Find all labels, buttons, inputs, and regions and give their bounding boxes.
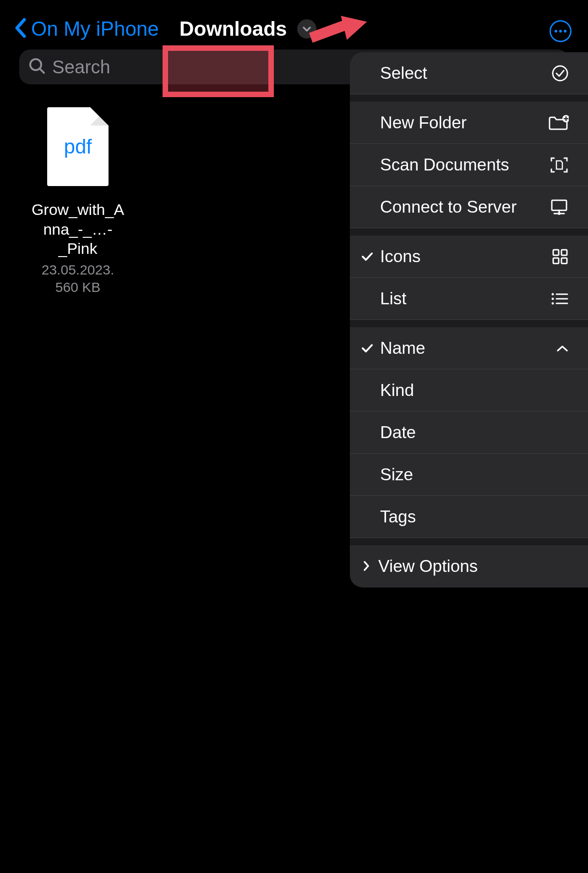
file-date: 23.05.2023. (42, 262, 114, 278)
svg-rect-7 (553, 258, 559, 264)
menu-label: List (380, 289, 407, 308)
menu-label: Tags (380, 507, 416, 527)
back-label[interactable]: On My iPhone (31, 17, 159, 40)
menu-item-sort-date[interactable]: Date (350, 412, 588, 454)
server-icon (550, 198, 569, 216)
menu-item-sort-name[interactable]: Name (350, 327, 588, 369)
menu-item-sort-kind[interactable]: Kind (350, 369, 588, 412)
menu-separator (350, 320, 588, 327)
menu-item-sort-tags[interactable]: Tags (350, 496, 588, 538)
ellipsis-icon (555, 30, 557, 33)
scan-icon (550, 155, 569, 175)
file-extension-label: pdf (64, 135, 92, 158)
list-icon (550, 292, 569, 306)
menu-separator (350, 94, 588, 102)
file-pdf-icon: pdf (47, 107, 109, 186)
search-icon (28, 57, 46, 77)
svg-point-11 (552, 302, 554, 304)
chevron-right-icon (363, 557, 370, 576)
menu-item-connect-server[interactable]: Connect to Server (350, 186, 588, 228)
checkmark-icon (361, 339, 374, 358)
svg-rect-8 (561, 258, 567, 264)
new-folder-icon (548, 114, 569, 132)
back-chevron-icon[interactable] (14, 17, 27, 40)
svg-point-9 (552, 293, 554, 295)
menu-label: Name (380, 339, 425, 358)
context-menu: Select New Folder Scan Documents (350, 52, 588, 587)
grid-icon (551, 248, 569, 265)
menu-item-new-folder[interactable]: New Folder (350, 102, 588, 144)
search-placeholder: Search (52, 57, 110, 77)
file-name: Grow_with_Anna_-_…-_Pink (27, 200, 128, 258)
svg-rect-6 (561, 250, 567, 255)
menu-item-select[interactable]: Select (350, 52, 588, 94)
menu-label: Scan Documents (380, 155, 509, 175)
chevron-up-icon (556, 344, 569, 352)
menu-label: Icons (380, 247, 420, 266)
file-size: 560 KB (55, 280, 100, 295)
menu-label: Size (380, 465, 413, 484)
svg-point-10 (552, 297, 554, 300)
svg-point-4 (558, 212, 561, 215)
menu-item-view-options[interactable]: View Options (350, 545, 588, 587)
svg-point-1 (553, 66, 567, 81)
menu-label: View Options (378, 557, 478, 576)
menu-item-icons-view[interactable]: Icons (350, 236, 588, 278)
menu-label: New Folder (380, 113, 467, 132)
menu-item-scan-documents[interactable]: Scan Documents (350, 144, 588, 186)
menu-item-list-view[interactable]: List (350, 278, 588, 320)
menu-label: Date (380, 423, 416, 442)
menu-label: Kind (380, 381, 414, 400)
svg-rect-5 (553, 250, 559, 255)
menu-separator (350, 228, 588, 236)
checkmark-icon (361, 247, 374, 266)
checkmark-circle-icon (551, 65, 569, 82)
menu-item-sort-size[interactable]: Size (350, 454, 588, 496)
svg-rect-3 (552, 200, 566, 210)
file-item[interactable]: pdf Grow_with_Anna_-_…-_Pink 23.05.2023.… (27, 107, 128, 295)
navigation-bar: On My iPhone Downloads (0, 0, 588, 49)
title-chevron-icon[interactable] (297, 19, 316, 38)
menu-label: Connect to Server (380, 198, 517, 217)
menu-separator (350, 538, 588, 545)
menu-label: Select (380, 64, 427, 83)
more-button[interactable] (550, 20, 572, 42)
page-title: Downloads (180, 17, 287, 40)
